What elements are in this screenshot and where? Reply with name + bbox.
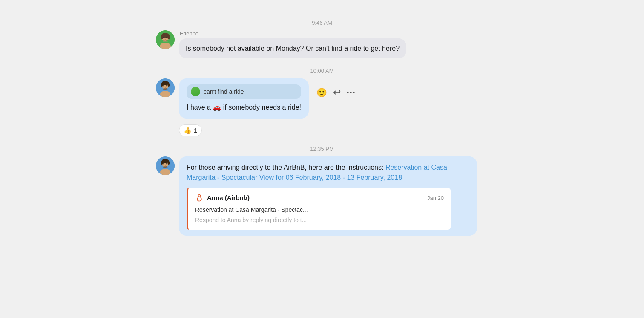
bubble-msg2: can't find a ride I have a 🚗 if somebody…: [179, 78, 309, 119]
reply-button[interactable]: ↩: [333, 87, 341, 98]
message-row-1: Etienne Is somebody not available on Mon…: [156, 30, 488, 58]
emoji-react-button[interactable]: 🙂: [316, 87, 327, 98]
reaction-row: 👍 1: [179, 124, 309, 136]
reply-quote: can't find a ride: [187, 84, 301, 99]
preview-body: Respond to Anna by replying directly to …: [195, 216, 444, 225]
msg1-text: Is somebody not available on Monday? Or …: [186, 45, 400, 52]
avatar-user-2: [156, 156, 175, 175]
bubble-msg3: For those arriving directly to the AirBn…: [179, 156, 477, 236]
preview-sender: Anna (Airbnb): [207, 193, 250, 203]
timestamp-3: 12:35 PM: [156, 146, 488, 152]
svg-point-26: [161, 161, 163, 165]
message-actions: 🙂 ↩ •••: [316, 87, 356, 98]
avatar-etienne: [156, 30, 175, 49]
svg-point-10: [165, 39, 166, 40]
chat-container: 9:46 AM: [130, 9, 514, 243]
sender-name-etienne: Etienne: [180, 30, 406, 37]
preview-date: Jan 20: [427, 194, 444, 202]
reaction-count: 1: [194, 127, 197, 134]
svg-point-16: [161, 83, 163, 87]
svg-point-18: [163, 85, 164, 87]
airbnb-icon: [195, 194, 204, 202]
svg-point-21: [163, 88, 168, 90]
reaction-emoji: 👍: [184, 127, 192, 134]
message-row-3: For those arriving directly to the AirBn…: [156, 156, 488, 236]
reaction-badge[interactable]: 👍 1: [179, 124, 202, 136]
svg-point-30: [165, 165, 166, 166]
svg-point-27: [168, 161, 170, 165]
svg-point-19: [166, 85, 167, 87]
svg-point-29: [166, 163, 167, 165]
svg-point-7: [167, 35, 170, 39]
timestamp-1: 9:46 AM: [156, 20, 488, 26]
svg-point-17: [168, 83, 170, 87]
svg-point-31: [163, 166, 168, 168]
svg-point-8: [163, 37, 164, 38]
svg-point-28: [163, 163, 164, 165]
preview-subject: Reservation at Casa Margarita - Spectac.…: [195, 205, 444, 214]
msg2-text: I have a 🚗 if somebody needs a ride!: [187, 102, 301, 113]
svg-point-20: [165, 87, 166, 88]
avatar-user-1: [156, 78, 175, 97]
timestamp-2: 10:00 AM: [156, 68, 488, 74]
message-row-2: can't find a ride I have a 🚗 if somebody…: [156, 78, 488, 136]
svg-point-6: [161, 35, 163, 39]
svg-point-9: [166, 37, 167, 38]
link-preview-header: Anna (Airbnb) Jan 20: [195, 193, 444, 203]
more-options-button[interactable]: •••: [347, 89, 356, 96]
reply-quote-text: can't find a ride: [204, 87, 244, 96]
msg3-text-before: For those arriving directly to the AirBn…: [187, 164, 385, 171]
quote-avatar: [191, 87, 200, 96]
link-preview-card[interactable]: Anna (Airbnb) Jan 20 Reservation at Casa…: [187, 188, 451, 230]
bubble-msg1: Is somebody not available on Monday? Or …: [179, 38, 406, 58]
svg-point-11: [163, 40, 168, 42]
